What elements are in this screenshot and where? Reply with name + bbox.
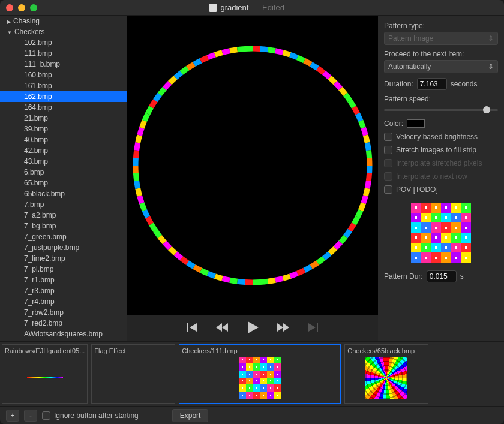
- duration-label: Duration:: [384, 80, 413, 88]
- ignore-button-label: Ignore button after starting: [54, 411, 139, 420]
- color-label: Color:: [384, 119, 403, 128]
- play-button[interactable]: [246, 320, 259, 336]
- proceed-select[interactable]: Automatically ⇕: [384, 60, 498, 73]
- interpolate-row-checkbox: [384, 172, 392, 181]
- tree-file-item[interactable]: 7_rbw2.bmp: [0, 307, 127, 318]
- pattern-speed-slider[interactable]: [384, 105, 498, 115]
- file-sidebar[interactable]: ChasingCheckers102.bmp111.bmp111_b.bmp16…: [0, 16, 127, 341]
- tree-file-item[interactable]: 162.bmp: [0, 91, 127, 102]
- interpolate-pixels-checkbox: [384, 159, 392, 167]
- pattern-dur-input[interactable]: [427, 270, 457, 282]
- chevron-updown-icon: ⇕: [488, 62, 494, 71]
- timeline-clip[interactable]: Checkers/65black.bmp: [344, 344, 428, 404]
- tree-group[interactable]: Checkers: [0, 26, 127, 37]
- timeline-clip[interactable]: Rainbows/EJHgradient05...: [2, 344, 88, 404]
- tree-file-item[interactable]: 7.bmp: [0, 199, 127, 210]
- tree-file-item[interactable]: 7_a2.bmp: [0, 210, 127, 221]
- pattern-dur-label: Pattern Dur:: [384, 272, 423, 281]
- clip-thumbnail: [5, 354, 85, 401]
- add-clip-button[interactable]: +: [6, 410, 19, 422]
- tree-file-item[interactable]: 43.bmp: [0, 156, 127, 167]
- clip-label: Checkers/111.bmp: [182, 347, 338, 354]
- tree-file-item[interactable]: 111_b.bmp: [0, 59, 127, 70]
- tree-file-item[interactable]: 161.bmp: [0, 80, 127, 91]
- tree-file-item[interactable]: 7_justpurple.bmp: [0, 242, 127, 253]
- close-window-button[interactable]: [6, 4, 13, 11]
- tree-file-item[interactable]: 39.bmp: [0, 124, 127, 134]
- tree-file-item[interactable]: 7_r3.bmp: [0, 285, 127, 296]
- tree-file-item[interactable]: 7_red2.bmp: [0, 318, 127, 329]
- clip-label: Rainbows/EJHgradient05...: [5, 347, 85, 354]
- properties-panel: Pattern type: Pattern Image ⇕ Proceed to…: [378, 16, 504, 341]
- tree-file-item[interactable]: 164.bmp: [0, 102, 127, 113]
- duration-unit: seconds: [451, 80, 478, 88]
- ignore-button-checkbox[interactable]: [42, 411, 50, 420]
- main-area: ChasingCheckers102.bmp111.bmp111_b.bmp16…: [0, 16, 504, 341]
- timeline-strip[interactable]: Rainbows/EJHgradient05...Flag EffectChec…: [0, 341, 504, 406]
- velocity-brightness-checkbox[interactable]: [384, 133, 392, 141]
- pattern-thumbnail: [408, 200, 474, 266]
- fast-forward-button[interactable]: [276, 322, 290, 335]
- pattern-speed-label: Pattern speed:: [384, 95, 498, 103]
- tree-file-item[interactable]: 7_green.bmp: [0, 231, 127, 242]
- window-title: gradient — Edited —: [209, 3, 294, 12]
- led-ring-icon: [130, 43, 376, 288]
- timeline-clip[interactable]: Flag Effect: [91, 344, 175, 404]
- duration-input[interactable]: [417, 78, 447, 90]
- titlebar[interactable]: gradient — Edited —: [0, 0, 504, 16]
- clip-thumbnail: [94, 354, 172, 401]
- export-button[interactable]: Export: [172, 409, 209, 422]
- playback-controls: [127, 315, 378, 341]
- tree-file-item[interactable]: 65.bmp: [0, 178, 127, 188]
- pattern-type-label: Pattern type:: [384, 22, 498, 30]
- clip-thumbnail: [347, 354, 425, 401]
- pattern-type-select[interactable]: Pattern Image ⇕: [384, 32, 498, 45]
- stretch-images-checkbox[interactable]: [384, 146, 392, 154]
- tree-file-item[interactable]: 160.bmp: [0, 70, 127, 80]
- tree-file-item[interactable]: 7_r4.bmp: [0, 296, 127, 307]
- tree-file-item[interactable]: 7_pl.bmp: [0, 264, 127, 275]
- tree-file-item[interactable]: AWdotsandsquares.bmp: [0, 329, 127, 339]
- footer-bar: + - Ignore button after starting Export: [0, 406, 504, 424]
- led-ring-preview: [127, 16, 378, 315]
- tree-file-item[interactable]: 111.bmp: [0, 48, 127, 59]
- document-status: — Edited —: [252, 3, 294, 12]
- tree-file-item[interactable]: 42.bmp: [0, 145, 127, 156]
- clip-thumbnail: [182, 354, 338, 401]
- tree-file-item[interactable]: 6.bmp: [0, 167, 127, 178]
- proceed-label: Proceed to the next item:: [384, 50, 498, 58]
- zoom-window-button[interactable]: [30, 4, 37, 11]
- chevron-updown-icon: ⇕: [488, 34, 494, 43]
- skip-end-button[interactable]: [307, 322, 319, 335]
- document-name: gradient: [220, 3, 248, 12]
- tree-group[interactable]: Chasing: [0, 16, 127, 26]
- tree-file-item[interactable]: 65black.bmp: [0, 188, 127, 199]
- tree-file-item[interactable]: 102.bmp: [0, 37, 127, 48]
- tree-file-item[interactable]: 7_bg.bmp: [0, 221, 127, 231]
- tree-file-item[interactable]: 7_lime2.bmp: [0, 253, 127, 264]
- pattern-dur-unit: s: [460, 272, 464, 281]
- tree-file-item[interactable]: 21.bmp: [0, 113, 127, 124]
- app-window: gradient — Edited — ChasingCheckers102.b…: [0, 0, 504, 424]
- tree-file-item[interactable]: 40.bmp: [0, 134, 127, 145]
- tree-file-item[interactable]: 7_r1.bmp: [0, 275, 127, 285]
- pov-checkbox[interactable]: [384, 185, 392, 194]
- clip-label: Checkers/65black.bmp: [347, 347, 425, 354]
- rewind-button[interactable]: [215, 322, 229, 335]
- timeline-clip[interactable]: Checkers/111.bmp: [179, 344, 341, 404]
- preview-pane: [127, 16, 378, 341]
- remove-clip-button[interactable]: -: [24, 410, 37, 422]
- minimize-window-button[interactable]: [18, 4, 25, 11]
- skip-start-button[interactable]: [186, 322, 198, 335]
- clip-label: Flag Effect: [94, 347, 172, 354]
- document-icon: [209, 4, 217, 12]
- color-swatch[interactable]: [407, 119, 425, 128]
- window-controls: [6, 4, 37, 11]
